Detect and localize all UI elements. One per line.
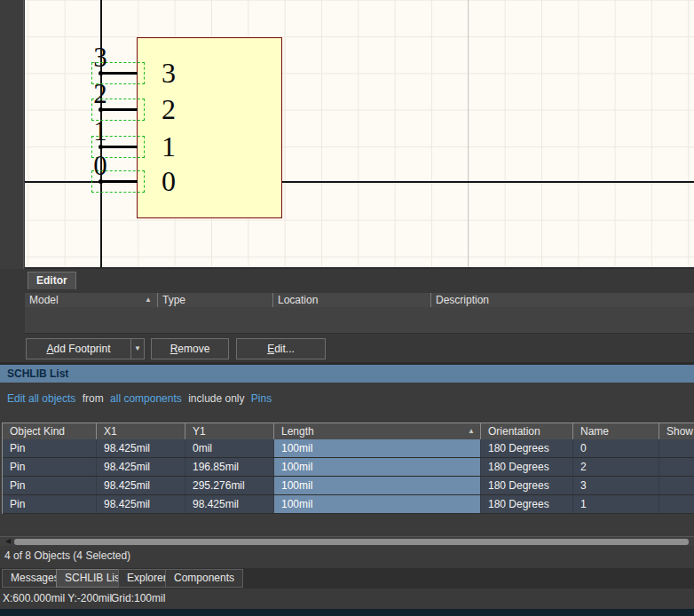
editor-tab[interactable]: Editor [28,272,76,289]
pin-table-header: Object Kind X1 Y1 Length ▲ Orientation N… [3,423,694,439]
cell-x1[interactable]: 98.425mil [96,477,185,494]
cell-orientation[interactable]: 180 Degrees [480,458,572,476]
cell-length-selected[interactable]: 100mil [273,477,480,494]
horizontal-scrollbar[interactable]: ◀ [0,536,694,546]
pin-name: 3 [162,59,176,87]
remove-button[interactable]: Remove [151,338,229,359]
y1-column-header[interactable]: Y1 [185,423,273,439]
cell-show-name[interactable] [659,439,694,457]
scroll-left-arrow-icon[interactable]: ◀ [3,537,13,546]
cell-x1[interactable]: 98.425mil [96,439,185,457]
cell-show-name[interactable] [659,495,694,513]
pin-number: 2 [78,79,122,108]
length-column-header[interactable]: Length ▲ [273,423,480,439]
schlib-editor-window: 3 2 1 0 3 2 1 0 Editor Model ▲ Type Loca… [0,0,694,616]
cell-orientation[interactable]: 180 Degrees [480,495,572,513]
grid-setting: Grid:100mil [111,588,165,609]
cell-y1[interactable]: 295.276mil [185,477,273,494]
major-grid-line [468,0,469,269]
scrollbar-thumb[interactable] [14,539,689,545]
window-bottom-strip [0,609,694,616]
orientation-column-header[interactable]: Orientation [480,423,572,439]
cell-object-kind[interactable]: Pin [3,477,96,494]
cell-name[interactable]: 0 [572,439,659,457]
cell-orientation[interactable]: 180 Degrees [480,477,572,494]
filter-text: include only [188,392,244,405]
schlib-panel-title: SCHLIB List [0,365,694,383]
cell-object-kind[interactable]: Pin [3,458,96,476]
objects-scope-link[interactable]: Pins [251,392,272,405]
cell-name[interactable]: 1 [572,495,659,513]
pin-table-row[interactable]: Pin 98.425mil 0mil 100mil 180 Degrees 0 [3,439,694,458]
model-column-header[interactable]: Model ▲ [25,293,157,307]
cell-orientation[interactable]: 180 Degrees [480,439,572,457]
cell-x1[interactable]: 98.425mil [96,495,185,513]
cell-name[interactable]: 2 [572,458,659,476]
cell-x1[interactable]: 98.425mil [96,458,185,476]
sort-asc-icon: ▲ [145,293,152,307]
edit-button[interactable]: Edit... [236,338,326,359]
add-footprint-button[interactable]: Add Footprint [26,338,130,359]
type-column-header[interactable]: Type [157,293,272,307]
cell-length-selected[interactable]: 100mil [273,495,480,513]
pin-name: 0 [162,167,176,195]
status-bar: X:600.000mil Y:-200mil Grid:100mil [0,588,694,609]
chevron-down-icon: ▼ [134,344,141,352]
selection-status-text: 4 of 8 Objects (4 Selected) [4,549,130,562]
model-table-header: Model ▲ Type Location Description [25,293,694,307]
cell-object-kind[interactable]: Pin [3,439,96,457]
cell-length-selected[interactable]: 100mil [273,439,480,457]
edit-scope-link[interactable]: Edit all objects [7,392,75,405]
model-table-empty-body[interactable] [25,307,694,334]
cell-y1[interactable]: 98.425mil [185,495,273,513]
components-scope-link[interactable]: all components [110,392,182,405]
cell-y1[interactable]: 0mil [185,439,273,457]
schlib-list-panel: SCHLIB List Edit all objects from all co… [0,365,694,616]
pin-number: 1 [78,116,122,146]
object-kind-column-header[interactable]: Object Kind [3,423,96,439]
x1-column-header[interactable]: X1 [96,423,185,439]
cell-object-kind[interactable]: Pin [3,495,96,513]
pin-name: 1 [162,132,176,161]
schematic-canvas[interactable]: 3 2 1 0 3 2 1 0 [25,0,694,269]
pin-list-table: Object Kind X1 Y1 Length ▲ Orientation N… [2,423,694,514]
component-body[interactable] [137,37,282,218]
show-name-column-header[interactable]: Show Name [659,423,694,439]
name-column-header[interactable]: Name [572,423,659,439]
pin-table-row[interactable]: Pin 98.425mil 196.85mil 100mil 180 Degre… [3,458,694,477]
list-filter-line: Edit all objects from all components inc… [7,392,275,405]
location-column-header[interactable]: Location [272,293,430,307]
cell-length-selected[interactable]: 100mil [273,458,480,476]
pin-table-row[interactable]: Pin 98.425mil 295.276mil 100mil 180 Degr… [3,477,694,495]
tab-components[interactable]: Components [165,569,243,588]
sort-asc-icon: ▲ [468,423,475,439]
description-column-header[interactable]: Description [430,293,694,307]
cell-show-name[interactable] [659,477,694,494]
add-footprint-dropdown-button[interactable]: ▼ [130,338,145,359]
pin-table-row[interactable]: Pin 98.425mil 98.425mil 100mil 180 Degre… [3,495,694,514]
cell-name[interactable]: 3 [572,477,659,494]
pin-number: 3 [78,43,122,72]
panel-tab-bar: Messages SCHLIB List Explorer Components [0,568,694,588]
pin-name: 2 [162,95,176,123]
cursor-coordinates: X:600.000mil Y:-200mil [3,588,112,609]
cell-show-name[interactable] [659,458,694,476]
editor-panel: Editor Model ▲ Type Location Description… [0,269,694,365]
filter-text: from [83,392,104,405]
pin-number: 0 [78,151,122,180]
cell-y1[interactable]: 196.85mil [185,458,273,476]
footprint-button-row: Add Footprint ▼ Remove Edit... [0,338,694,359]
